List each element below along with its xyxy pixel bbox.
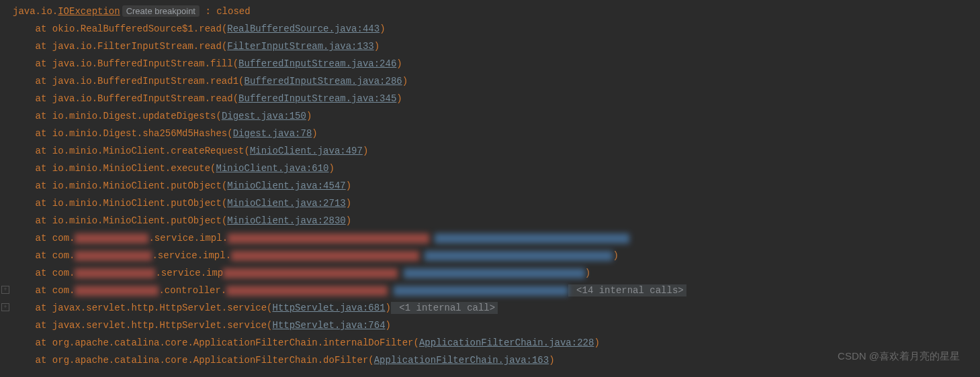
redacted-content xyxy=(75,286,159,296)
at-keyword: at xyxy=(36,76,52,87)
at-keyword: at xyxy=(36,23,52,34)
close-paren: ) xyxy=(396,93,402,104)
open-paren: ( xyxy=(267,303,272,313)
stack-frame: at org.apache.catalina.core.ApplicationF… xyxy=(0,334,980,352)
create-breakpoint-button[interactable]: Create breakpoint xyxy=(122,5,199,17)
stack-call-mid: .service.imp xyxy=(155,268,223,278)
stack-frame-redacted: at com..service.impl. xyxy=(0,229,980,247)
stack-call-mid: .service.impl. xyxy=(148,233,228,244)
at-keyword: at xyxy=(36,111,52,121)
stack-call: io.minio.MinioClient.createRequest xyxy=(52,146,244,156)
stack-frame-redacted: at com..service.impl. ) xyxy=(0,247,980,264)
at-keyword: at xyxy=(36,93,52,104)
source-link[interactable]: HttpServlet.java:681 xyxy=(273,303,386,313)
source-link[interactable]: Digest.java:78 xyxy=(233,128,312,139)
close-paren: ) xyxy=(380,23,385,34)
stack-call-prefix: com. xyxy=(52,285,75,296)
source-link[interactable]: BufferedInputStream.java:286 xyxy=(244,76,402,87)
exception-class-link[interactable]: IOException xyxy=(58,6,120,17)
stack-call: java.io.BufferedInputStream.read1 xyxy=(52,76,238,87)
at-keyword: at xyxy=(36,337,52,348)
source-link[interactable]: MinioClient.java:2830 xyxy=(227,215,345,226)
close-paren: ) xyxy=(613,250,618,261)
close-paren: ) xyxy=(585,268,590,278)
stack-call: java.io.FilterInputStream.read xyxy=(52,41,222,52)
source-link[interactable]: RealBufferedSource.java:443 xyxy=(227,23,380,34)
redacted-link[interactable] xyxy=(404,268,585,278)
at-keyword: at xyxy=(36,215,52,226)
stack-frame: at java.io.BufferedInputStream.fill(Buff… xyxy=(0,55,980,72)
colon: : xyxy=(199,6,216,17)
close-paren: ) xyxy=(594,337,599,348)
source-link[interactable]: ApplicationFilterChain.java:163 xyxy=(374,355,549,366)
open-paren: ( xyxy=(233,93,238,104)
close-paren: ) xyxy=(363,146,368,156)
at-keyword: at xyxy=(36,146,52,156)
stack-call-prefix: com. xyxy=(52,250,75,261)
close-paren: ) xyxy=(312,128,317,139)
exception-message: closed xyxy=(216,6,250,17)
stack-frame: at okio.RealBufferedSource$1.read(RealBu… xyxy=(0,20,980,38)
source-link[interactable]: ApplicationFilterChain.java:228 xyxy=(419,337,594,348)
at-keyword: at xyxy=(36,198,52,209)
close-paren: ) xyxy=(386,320,391,331)
redacted-link[interactable] xyxy=(435,233,629,244)
stack-frame: at io.minio.MinioClient.putObject(MinioC… xyxy=(0,212,980,229)
at-keyword: at xyxy=(36,41,52,52)
at-keyword: at xyxy=(36,180,52,191)
redacted-content xyxy=(226,286,388,296)
stack-call: io.minio.MinioClient.putObject xyxy=(52,180,222,191)
stack-frame: at java.io.BufferedInputStream.read1(Buf… xyxy=(0,72,980,90)
exception-header: java.io.IOExceptionCreate breakpoint : c… xyxy=(0,3,980,20)
stack-call: org.apache.catalina.core.ApplicationFilt… xyxy=(52,355,368,366)
internal-calls-hint[interactable]: <1 internal call> xyxy=(391,302,498,314)
at-keyword: at xyxy=(36,250,52,261)
open-paren: ( xyxy=(216,111,221,121)
close-paren: ) xyxy=(396,58,402,69)
at-keyword: at xyxy=(36,268,52,278)
close-paren: ) xyxy=(329,163,335,174)
stack-frame: at io.minio.Digest.updateDigests(Digest.… xyxy=(0,107,980,125)
stack-call-mid: .controller. xyxy=(159,285,226,296)
stack-call: java.io.BufferedInputStream.fill xyxy=(52,58,233,69)
stack-call: io.minio.Digest.sha256Md5Hashes xyxy=(52,128,227,139)
source-link[interactable]: MinioClient.java:497 xyxy=(250,146,363,156)
close-paren: ) xyxy=(549,355,554,366)
stack-frame: at io.minio.MinioClient.putObject(MinioC… xyxy=(0,177,980,195)
close-paren: ) xyxy=(346,180,351,191)
stack-call: java.io.BufferedInputStream.read xyxy=(52,93,233,104)
stack-frame: at io.minio.MinioClient.putObject(MinioC… xyxy=(0,195,980,212)
stack-call: javax.servlet.http.HttpServlet.service xyxy=(52,303,267,313)
close-paren: ) xyxy=(306,111,312,121)
close-paren: ) xyxy=(346,198,351,209)
redacted-content xyxy=(75,251,152,261)
source-link[interactable]: HttpServlet.java:764 xyxy=(273,320,386,331)
redacted-link[interactable] xyxy=(394,286,568,296)
stack-call: javax.servlet.http.HttpServlet.service xyxy=(52,320,267,331)
source-link[interactable]: FilterInputStream.java:133 xyxy=(227,41,373,52)
open-paren: ( xyxy=(267,320,272,331)
stack-frame: at io.minio.Digest.sha256Md5Hashes(Diges… xyxy=(0,125,980,142)
source-link[interactable]: MinioClient.java:2713 xyxy=(227,198,345,209)
source-link[interactable]: MinioClient.java:610 xyxy=(216,163,328,174)
source-link[interactable]: Digest.java:150 xyxy=(222,111,306,121)
at-keyword: at xyxy=(36,303,52,313)
stack-call: io.minio.MinioClient.execute xyxy=(52,163,210,174)
stack-call: io.minio.MinioClient.putObject xyxy=(52,215,222,226)
expand-icon[interactable]: + xyxy=(1,303,9,311)
watermark: CSDN @喜欢着月亮的星星 xyxy=(838,347,960,365)
at-keyword: at xyxy=(36,355,52,366)
redacted-link[interactable] xyxy=(425,251,613,261)
open-paren: ( xyxy=(227,128,232,139)
stack-call: okio.RealBufferedSource$1.read xyxy=(52,23,222,34)
redacted-content xyxy=(223,268,398,278)
expand-icon[interactable]: + xyxy=(1,286,9,294)
redacted-content xyxy=(228,233,429,244)
at-keyword: at xyxy=(36,128,52,139)
source-link[interactable]: MinioClient.java:4547 xyxy=(227,180,345,191)
source-link[interactable]: BufferedInputStream.java:246 xyxy=(238,58,396,69)
open-paren: ( xyxy=(368,355,373,366)
source-link[interactable]: BufferedInputStream.java:345 xyxy=(238,93,396,104)
stack-frame: + at javax.servlet.http.HttpServlet.serv… xyxy=(0,299,980,317)
internal-calls-hint[interactable]: <14 internal calls> xyxy=(568,284,686,297)
